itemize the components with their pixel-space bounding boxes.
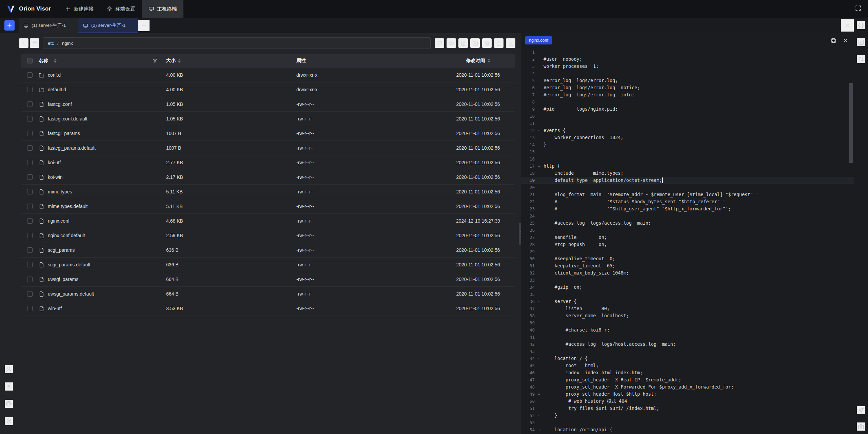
settings-button[interactable] <box>5 417 13 425</box>
file-row[interactable]: mime.types5.11 KB-rw-r--r--2020-11-01 10… <box>21 185 515 199</box>
snippets-button[interactable]: {} <box>857 21 865 29</box>
breadcrumb-item-nginx[interactable]: nginx <box>62 41 73 46</box>
code-line-43[interactable]: 43 <box>521 348 854 355</box>
row-checkbox[interactable] <box>27 204 33 209</box>
row-checkbox[interactable] <box>27 189 33 194</box>
row-checkbox[interactable] <box>27 101 33 107</box>
row-checkbox[interactable] <box>27 277 33 282</box>
file-name[interactable]: fastcgi_params.default <box>48 145 96 151</box>
code-line-52[interactable]: 52 } <box>521 412 854 419</box>
file-name[interactable]: nginx.conf.default <box>48 233 85 238</box>
menu-new-connection[interactable]: 新建连接 <box>58 0 100 18</box>
list-view-button[interactable] <box>30 38 39 48</box>
code-line-49[interactable]: 49 proxy_set_header Host $http_host; <box>521 391 854 398</box>
file-row[interactable]: koi-win2.17 KB-rw-r--r--2020-11-01 10:02… <box>21 170 515 185</box>
code-line-20[interactable]: 20 <box>521 184 854 191</box>
breadcrumb[interactable]: etc / nginx <box>43 37 431 49</box>
file-name[interactable]: nginx.conf <box>48 218 70 224</box>
code-line-11[interactable]: 11 <box>521 120 854 127</box>
code-line-31[interactable]: 31 keepalive_timeout 65; <box>521 262 854 269</box>
row-checkbox[interactable] <box>27 87 33 92</box>
menu-terminal-settings[interactable]: 终端设置 <box>100 0 142 18</box>
show-hidden-button[interactable] <box>447 38 456 48</box>
code-line-54[interactable]: 54 location /orion/api { <box>521 426 854 433</box>
code-line-21[interactable]: 21 #log_format main '$remote_addr - $rem… <box>521 191 854 198</box>
file-name[interactable]: koi-win <box>48 174 63 180</box>
sort-name-control[interactable] <box>54 59 57 63</box>
row-checkbox[interactable] <box>27 72 33 78</box>
code-line-2[interactable]: 2#user nobody; <box>521 56 854 63</box>
delete-button[interactable] <box>482 38 492 48</box>
filter-icon[interactable] <box>153 58 157 63</box>
add-tab-button[interactable] <box>138 20 150 31</box>
row-checkbox[interactable] <box>27 306 33 311</box>
code-line-22[interactable]: 22 # '$status $body_bytes_sent "$http_re… <box>521 198 854 205</box>
code-line-34[interactable]: 34 #gzip on; <box>521 284 854 291</box>
code-line-3[interactable]: 3worker_processes 1; <box>521 63 854 70</box>
file-name[interactable]: koi-utf <box>48 160 61 165</box>
file-name[interactable]: mime.types.default <box>48 204 88 209</box>
code-line-33[interactable]: 33 <box>521 277 854 284</box>
code-line-29[interactable]: 29 <box>521 248 854 255</box>
sort-mtime-control[interactable] <box>488 59 490 63</box>
sort-size-control[interactable] <box>178 59 181 63</box>
fullscreen-icon[interactable] <box>855 5 861 13</box>
user-button[interactable] <box>5 365 13 373</box>
code-line-44[interactable]: 44 location / { <box>521 355 854 362</box>
code-line-16[interactable]: 16 <box>521 155 854 163</box>
file-name[interactable]: default.d <box>48 87 66 92</box>
code-line-15[interactable]: 15 <box>521 148 854 155</box>
code-line-10[interactable]: 10 <box>521 113 854 120</box>
file-row[interactable]: nginx.conf4.68 KB-rw-r--r--2024-12-10 16… <box>21 214 515 228</box>
code-line-45[interactable]: 45 root html; <box>521 362 854 369</box>
fold-chevron-icon[interactable] <box>535 129 544 133</box>
resize-grip-icon[interactable] <box>519 223 521 245</box>
code-line-13[interactable]: 13 worker_connections 1024; <box>521 134 854 141</box>
panel-list-button[interactable] <box>857 38 865 46</box>
row-checkbox[interactable] <box>27 116 33 121</box>
breadcrumb-item-etc[interactable]: etc <box>48 41 54 46</box>
terminal-tab-1[interactable]: (1) server-生产-1 <box>19 18 78 33</box>
code-line-27[interactable]: 27 sendfile on; <box>521 234 854 241</box>
send-command-button[interactable] <box>857 406 865 414</box>
new-terminal-button[interactable] <box>4 20 15 31</box>
new-file-button[interactable] <box>458 38 468 48</box>
close-panel-button[interactable] <box>841 19 854 32</box>
download-button[interactable] <box>506 38 515 48</box>
file-name[interactable]: fastcgi_params <box>48 131 80 136</box>
code-line-35[interactable]: 35 <box>521 291 854 298</box>
file-row[interactable]: fastcgi.conf.default1.05 KB-rw-r--r--202… <box>21 112 515 126</box>
code-line-4[interactable]: 4 <box>521 70 854 77</box>
code-line-51[interactable]: 51 try_files $uri $uri/ /index.html; <box>521 405 854 412</box>
editor-scrollbar-thumb[interactable] <box>849 83 853 163</box>
row-checkbox[interactable] <box>27 291 33 297</box>
file-name[interactable]: uwsgi_params.default <box>48 291 94 297</box>
fold-chevron-icon[interactable] <box>535 164 544 168</box>
code-line-25[interactable]: 25 #access_log logs/access.log main; <box>521 220 854 227</box>
close-editor-icon[interactable] <box>843 38 848 43</box>
file-row[interactable]: koi-utf2.77 KB-rw-r--r--2020-11-01 10:02… <box>21 155 515 170</box>
code-line-41[interactable]: 41 <box>521 334 854 341</box>
code-line-30[interactable]: 30 #keepalive_timeout 0; <box>521 255 854 262</box>
code-line-37[interactable]: 37 listen 80; <box>521 305 854 312</box>
terminal-tab-2[interactable]: (2) server-生产-1 <box>78 18 138 33</box>
back-button[interactable] <box>19 38 28 48</box>
theme-button[interactable] <box>5 400 13 408</box>
upload-button[interactable] <box>494 38 504 48</box>
code-line-7[interactable]: 7#error_log logs/error.log info; <box>521 91 854 98</box>
panel-resize-handle[interactable] <box>519 33 521 434</box>
row-checkbox[interactable] <box>27 233 33 238</box>
code-line-8[interactable]: 8 <box>521 98 854 106</box>
fold-chevron-icon[interactable] <box>535 414 544 418</box>
file-row[interactable]: scgi_params636 B-rw-r--r--2020-11-01 10:… <box>21 243 515 258</box>
file-name[interactable]: uwsgi_params <box>48 277 78 282</box>
code-editor[interactable]: 12#user nobody;3worker_processes 1;45#er… <box>521 48 854 434</box>
file-row[interactable]: uwsgi_params.default664 B-rw-r--r--2020-… <box>21 287 515 301</box>
code-line-40[interactable]: 40 #charset koi8-r; <box>521 326 854 334</box>
row-checkbox[interactable] <box>27 145 33 151</box>
file-row[interactable]: win-utf3.53 KB-rw-r--r--2020-11-01 10:02… <box>21 301 515 316</box>
code-line-23[interactable]: 23 # '"$http_user_agent" "$http_x_forwar… <box>521 205 854 212</box>
code-line-24[interactable]: 24 <box>521 212 854 220</box>
file-row[interactable]: fastcgi_params.default1007 B-rw-r--r--20… <box>21 141 515 155</box>
row-checkbox[interactable] <box>27 247 33 253</box>
